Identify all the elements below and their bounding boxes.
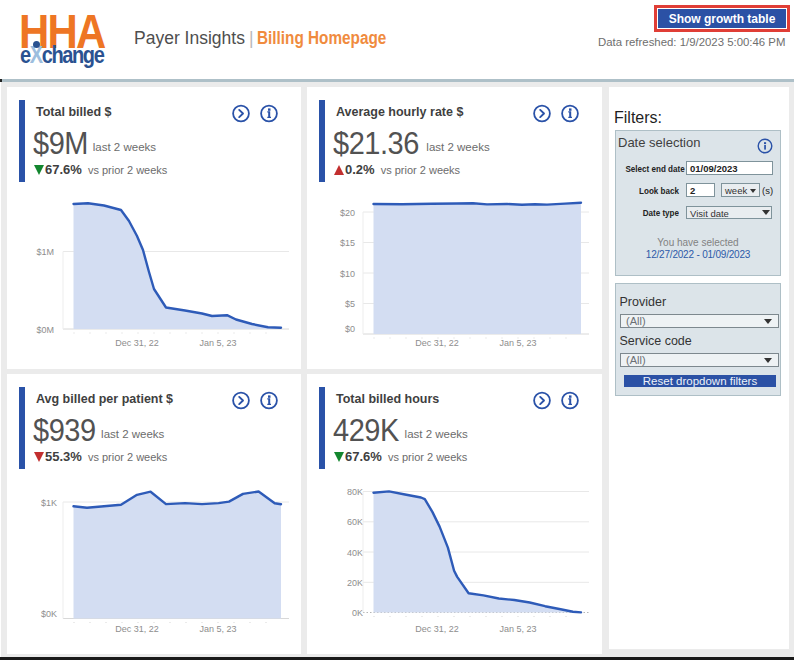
svg-text:$0: $0	[345, 324, 355, 334]
svg-text:Jan 5, 23: Jan 5, 23	[499, 338, 536, 348]
svg-text:$20: $20	[340, 208, 355, 218]
svg-text:40K: 40K	[347, 548, 363, 558]
svg-text:0K: 0K	[352, 608, 363, 618]
svg-text:20K: 20K	[347, 578, 363, 588]
svg-text:$1M: $1M	[36, 247, 54, 257]
svg-text:Dec 31, 22: Dec 31, 22	[115, 624, 159, 634]
svg-text:60K: 60K	[347, 517, 363, 527]
svg-text:Dec 31, 22: Dec 31, 22	[115, 338, 159, 348]
svg-text:$15: $15	[340, 238, 355, 248]
svg-text:Jan 5, 23: Jan 5, 23	[199, 338, 236, 348]
svg-text:Jan 5, 23: Jan 5, 23	[499, 624, 536, 634]
svg-text:$10: $10	[340, 269, 355, 279]
svg-text:$0M: $0M	[36, 325, 54, 335]
svg-text:Dec 31, 22: Dec 31, 22	[415, 338, 459, 348]
svg-text:$1K: $1K	[41, 498, 57, 508]
svg-text:80K: 80K	[347, 487, 363, 497]
svg-text:Dec 31, 22: Dec 31, 22	[415, 624, 459, 634]
svg-text:$0K: $0K	[41, 609, 57, 619]
svg-text:$5: $5	[345, 299, 355, 309]
svg-text:Jan 5, 23: Jan 5, 23	[199, 624, 236, 634]
